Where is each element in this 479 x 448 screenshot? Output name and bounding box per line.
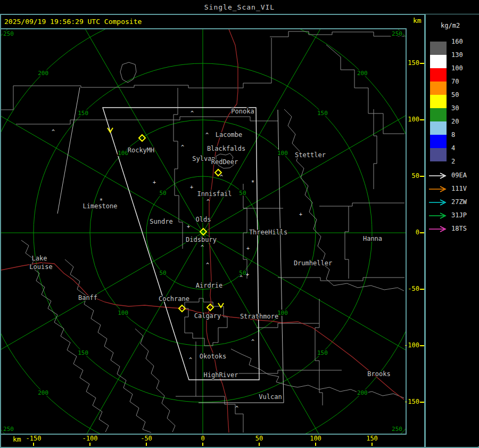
vil-legend-unit: kg/m2 xyxy=(441,22,460,29)
bottom-axis-tick-label: 0 xyxy=(191,435,214,442)
right-axis-tick xyxy=(420,63,424,64)
city-label: Strathmore xyxy=(240,313,278,320)
radar-site-marker xyxy=(139,135,145,141)
right-axis-tick-label: -150 xyxy=(400,398,419,405)
ring-distance-label: 50 xyxy=(159,270,166,276)
bottom-axis-tick-label: -50 xyxy=(135,435,158,442)
town-marker: ^ xyxy=(189,357,192,363)
city-label: Banff xyxy=(78,294,97,302)
boundary-line xyxy=(278,278,404,281)
vil-legend-value: 2 xyxy=(451,158,475,165)
scan-timestamp: 2025/09/19 19:56:29 UTC Composite xyxy=(4,18,142,26)
right-axis-tick-label: -50 xyxy=(400,285,419,292)
right-axis-tick-label: -100 xyxy=(400,341,419,349)
right-axis-tick-label: 50 xyxy=(400,172,419,180)
city-label: Blackfalds xyxy=(207,145,245,152)
town-marker: ^ xyxy=(207,199,210,205)
city-label: ThreeHills xyxy=(249,229,287,236)
track-arrow-icon xyxy=(428,199,449,206)
ring-distance-label: 100 xyxy=(118,309,128,316)
town-marker: ^ xyxy=(52,129,55,135)
right-axis-unit: km xyxy=(413,17,422,25)
town-marker: + xyxy=(299,211,302,217)
vil-legend-value: 8 xyxy=(451,131,475,139)
bottom-axis-tick-label: 150 xyxy=(360,435,384,442)
vil-legend-value: 50 xyxy=(451,91,475,99)
city-label: Cochrane xyxy=(159,295,189,303)
vil-legend-swatch xyxy=(430,82,447,95)
bottom-axis-tick-label: -150 xyxy=(22,435,45,442)
bottom-axis-tick xyxy=(202,443,203,446)
city-label: Airdrie xyxy=(196,282,223,289)
boundary-line xyxy=(174,88,183,249)
ring-distance-label: 50 xyxy=(159,190,166,197)
track-legend-item: 111V xyxy=(428,185,479,192)
city-label: RedDeer xyxy=(211,158,238,166)
boundary-line xyxy=(135,329,175,432)
radar-map[interactable]: 5050505010010010010015015015015020020020… xyxy=(1,29,406,434)
city-label: RockyMH xyxy=(128,146,155,154)
city-label: Brooks xyxy=(367,370,390,378)
legend-panel: kg/m2 16013010070503020842 09EA111V27ZW3… xyxy=(426,14,479,446)
town-marker: ^ xyxy=(191,110,194,116)
bottom-axis-tick xyxy=(33,443,34,446)
city-label: Drumheller xyxy=(294,259,332,267)
town-marker: ^ xyxy=(205,132,209,138)
ring-distance-label: 250 xyxy=(3,426,14,433)
titlebar-divider xyxy=(0,14,479,15)
track-legend-item: 09EA xyxy=(428,172,479,179)
boundary-line xyxy=(345,206,349,279)
city-label: Vulcan xyxy=(259,393,282,401)
ring-distance-label: 200 xyxy=(38,389,48,396)
ring-distance-label: 150 xyxy=(317,349,328,356)
bottom-axis-tick xyxy=(371,443,373,446)
vil-legend-value: 100 xyxy=(451,64,475,72)
track-arrow-icon xyxy=(428,212,449,219)
city-label: Calgary xyxy=(194,312,221,320)
city-label: Lacombe xyxy=(216,131,243,139)
map-frame: 5050505010010010010015015015015020020020… xyxy=(0,28,407,435)
track-id-label: 111V xyxy=(451,185,467,192)
vil-legend-swatch xyxy=(430,108,447,121)
city-label: Lake xyxy=(32,255,47,262)
vil-legend-swatch xyxy=(430,55,447,68)
ring-distance-label: 100 xyxy=(118,150,128,157)
track-arrow-icon xyxy=(428,225,449,233)
ring-distance-label: 150 xyxy=(78,349,88,356)
vil-legend-swatch xyxy=(430,68,447,82)
ring-distance-label: 200 xyxy=(38,70,48,77)
boundary-line xyxy=(185,298,227,346)
boundary-line xyxy=(16,117,278,124)
town-marker: ^ xyxy=(220,174,223,180)
bottom-axis-tick xyxy=(259,443,260,446)
bottom-axis-unit: km xyxy=(13,435,21,443)
window-title: Single_Scan_VIL xyxy=(204,3,275,11)
title-bar[interactable]: Single_Scan_VIL xyxy=(0,0,479,14)
vil-legend-value: 160 xyxy=(451,38,475,45)
track-id-label: 18TS xyxy=(451,225,467,232)
vil-legend-value: 70 xyxy=(451,78,475,85)
bottom-axis-tick xyxy=(315,443,316,446)
track-arrow-icon xyxy=(428,172,449,180)
town-marker: * xyxy=(251,180,254,185)
town-marker: ^ xyxy=(251,339,254,345)
right-axis-tick xyxy=(420,232,424,233)
boundary-line xyxy=(326,45,404,134)
boundary-line xyxy=(257,323,319,328)
vil-legend-value: 20 xyxy=(451,118,475,125)
vil-legend-swatch xyxy=(430,95,447,108)
city-label: Sundre xyxy=(150,218,172,225)
pointer-v-marker xyxy=(218,303,224,307)
ring-distance-label: 200 xyxy=(357,70,368,77)
track-legend-item: 31JP xyxy=(428,211,479,219)
vil-legend-swatch xyxy=(430,121,447,135)
town-marker: + xyxy=(153,180,156,185)
boundary-line xyxy=(374,109,377,189)
vil-legend-swatch xyxy=(430,135,447,148)
track-arrow-icon xyxy=(428,185,449,193)
vil-legend-value: 130 xyxy=(451,51,475,59)
right-axis-tick xyxy=(420,345,424,346)
ring-distance-label: 100 xyxy=(277,150,288,157)
bottom-axis-tick xyxy=(89,443,90,446)
track-id-label: 27ZW xyxy=(451,198,467,206)
